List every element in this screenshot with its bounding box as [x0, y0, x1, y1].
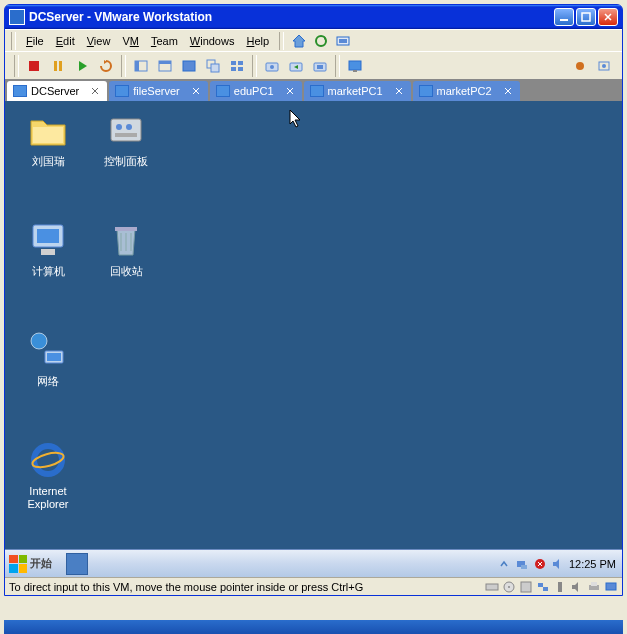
menu-vm[interactable]: VM: [116, 33, 145, 49]
fullscreen-icon[interactable]: [178, 55, 200, 77]
menu-edit[interactable]: Edit: [50, 33, 81, 49]
icon-label: 控制面板: [91, 155, 161, 168]
tab-close-icon[interactable]: [190, 85, 202, 97]
svg-rect-53: [558, 582, 562, 592]
connect-icon[interactable]: [334, 32, 352, 50]
tab-dcserver[interactable]: DCServer: [7, 81, 107, 101]
icon-label: 计算机: [13, 265, 83, 278]
vm-icon: [115, 85, 129, 97]
icon-label: 刘国瑞: [13, 155, 83, 168]
menu-view[interactable]: View: [81, 33, 117, 49]
tab-marketpc1[interactable]: marketPC1: [304, 81, 411, 101]
svg-rect-36: [47, 353, 61, 361]
separator: [121, 55, 126, 77]
tab-close-icon[interactable]: [89, 85, 101, 97]
layout2-icon[interactable]: [154, 55, 176, 77]
reset-button[interactable]: [95, 55, 117, 77]
tab-label: marketPC2: [437, 85, 492, 97]
tab-label: fileServer: [133, 85, 179, 97]
desktop-icon-controlpanel[interactable]: 控制面板: [91, 109, 161, 189]
system-tray: 12:25 PM: [491, 557, 622, 571]
desktop-icon-computer[interactable]: 计算机: [13, 219, 83, 299]
tab-close-icon[interactable]: [502, 85, 514, 97]
clock[interactable]: 12:25 PM: [569, 558, 616, 570]
revert-icon[interactable]: [285, 55, 307, 77]
minimize-button[interactable]: [554, 8, 574, 26]
refresh-icon[interactable]: [312, 32, 330, 50]
titlebar[interactable]: DCServer - VMware Workstation: [5, 5, 622, 29]
status-cd-icon[interactable]: [502, 580, 516, 594]
vm-desktop[interactable]: 刘国瑞 计算机 网络 Internet Explorer 控制面板 回: [5, 101, 622, 577]
tray-volume-icon[interactable]: [551, 557, 565, 571]
vm-icon: [419, 85, 433, 97]
play-button[interactable]: [71, 55, 93, 77]
menu-file[interactable]: File: [20, 33, 50, 49]
screen-icon[interactable]: [344, 55, 366, 77]
status-net-icon[interactable]: [536, 580, 550, 594]
stop-button[interactable]: [23, 55, 45, 77]
tab-close-icon[interactable]: [393, 85, 405, 97]
tab-close-icon[interactable]: [284, 85, 296, 97]
svg-rect-16: [238, 61, 243, 65]
app-icon: [9, 9, 25, 25]
mouse-cursor: [289, 109, 303, 133]
svg-rect-15: [231, 61, 236, 65]
close-button[interactable]: [598, 8, 618, 26]
menu-team[interactable]: Team: [145, 33, 184, 49]
svg-rect-23: [317, 65, 323, 69]
desktop-icon-network[interactable]: 网络: [13, 329, 83, 409]
thumbnail-icon[interactable]: [226, 55, 248, 77]
svg-rect-14: [211, 64, 219, 72]
window-title: DCServer - VMware Workstation: [29, 10, 552, 24]
statusbar: To direct input to this VM, move the mou…: [5, 577, 622, 595]
snapshot-icon[interactable]: [261, 55, 283, 77]
svg-rect-25: [353, 70, 357, 72]
host-taskbar[interactable]: [4, 620, 623, 634]
maximize-button[interactable]: [576, 8, 596, 26]
svg-rect-1: [582, 13, 590, 21]
folder-icon: [27, 109, 69, 151]
tab-label: marketPC1: [328, 85, 383, 97]
desktop-icon-ie[interactable]: Internet Explorer: [13, 439, 83, 519]
svg-rect-24: [349, 61, 361, 70]
status-text: To direct input to this VM, move the mou…: [9, 581, 363, 593]
svg-rect-52: [543, 587, 548, 591]
pause-button[interactable]: [47, 55, 69, 77]
tray-network-icon[interactable]: [515, 557, 529, 571]
status-hdd-icon[interactable]: [485, 580, 499, 594]
home-icon[interactable]: [290, 32, 308, 50]
layout1-icon[interactable]: [130, 55, 152, 77]
tray-chevron-icon[interactable]: [497, 557, 511, 571]
capture-icon[interactable]: [593, 55, 615, 77]
desktop-icon-recyclebin[interactable]: 回收站: [91, 219, 161, 299]
svg-rect-12: [183, 61, 195, 71]
vmware-window: DCServer - VMware Workstation File Edit …: [4, 4, 623, 596]
control-panel-icon: [105, 109, 147, 151]
status-printer-icon[interactable]: [587, 580, 601, 594]
svg-rect-31: [37, 229, 59, 243]
tab-edupc1[interactable]: eduPC1: [210, 81, 302, 101]
grip: [11, 32, 16, 50]
tab-fileserver[interactable]: fileServer: [109, 81, 207, 101]
svg-rect-42: [115, 133, 137, 137]
tab-marketpc2[interactable]: marketPC2: [413, 81, 520, 101]
status-floppy-icon[interactable]: [519, 580, 533, 594]
tray-close-icon[interactable]: [533, 557, 547, 571]
svg-point-28: [602, 64, 606, 68]
start-label: 开始: [30, 556, 52, 571]
quicklaunch-item[interactable]: [66, 553, 88, 575]
unity-icon[interactable]: [202, 55, 224, 77]
svg-rect-55: [591, 582, 597, 586]
menu-windows[interactable]: Windows: [184, 33, 241, 49]
record-icon[interactable]: [569, 55, 591, 77]
menu-help[interactable]: Help: [240, 33, 275, 49]
start-button[interactable]: 开始: [5, 550, 62, 577]
desktop-icon-userfolder[interactable]: 刘国瑞: [13, 109, 83, 189]
status-usb-icon[interactable]: [553, 580, 567, 594]
status-monitor-icon[interactable]: [604, 580, 618, 594]
tab-label: DCServer: [31, 85, 79, 97]
separator: [252, 55, 257, 77]
toolbar: [5, 51, 622, 79]
status-sound-icon[interactable]: [570, 580, 584, 594]
manage-snapshot-icon[interactable]: [309, 55, 331, 77]
